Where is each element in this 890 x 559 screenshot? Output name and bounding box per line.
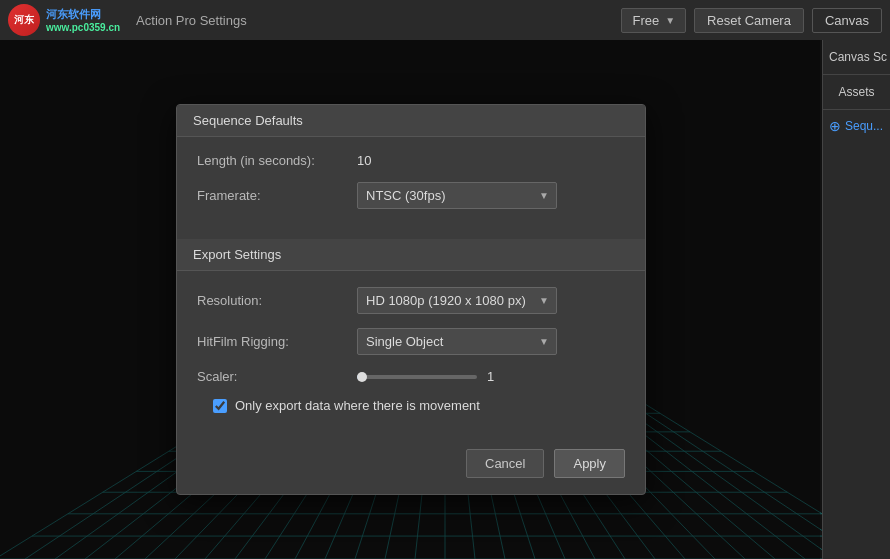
reset-camera-button[interactable]: Reset Camera	[694, 8, 804, 33]
chevron-down-icon: ▼	[665, 15, 675, 26]
hitfilm-rigging-control: Single Object Multiple Objects ▼	[357, 328, 625, 355]
logo-icon: 河东	[8, 4, 40, 36]
export-settings-body: Resolution: HD 1080p (1920 x 1080 px) HD…	[177, 271, 645, 441]
watermark-line2: www.pc0359.cn	[46, 22, 120, 33]
dialog-overlay: Sequence Defaults Length (in seconds): 1…	[0, 40, 822, 559]
scaler-slider-thumb[interactable]	[357, 372, 367, 382]
sequence-defaults-body: Length (in seconds): 10 Framerate: NTSC …	[177, 137, 645, 239]
sidebar-canvas-sc[interactable]: Canvas Sc	[823, 40, 890, 75]
scaler-row: Scaler: 1	[197, 369, 625, 384]
hitfilm-rigging-select[interactable]: Single Object Multiple Objects	[357, 328, 557, 355]
resolution-select-wrapper: HD 1080p (1920 x 1080 px) HD 720p (1280 …	[357, 287, 557, 314]
dialog-footer: Cancel Apply	[177, 441, 645, 478]
canvas-tab: Canvas	[812, 8, 882, 33]
resolution-row: Resolution: HD 1080p (1920 x 1080 px) HD…	[197, 287, 625, 314]
sidebar-sequ-label: Sequ...	[845, 119, 883, 133]
length-row: Length (in seconds): 10	[197, 153, 625, 168]
plus-icon: ⊕	[829, 118, 841, 134]
top-bar: 河东 河东软件网 www.pc0359.cn Action Pro Settin…	[0, 0, 890, 40]
length-label: Length (in seconds):	[197, 153, 357, 168]
camera-mode-label: Free	[632, 13, 659, 28]
checkbox-row: Only export data where there is movement	[213, 398, 625, 413]
camera-mode-dropdown[interactable]: Free ▼	[621, 8, 686, 33]
length-display: 10	[357, 153, 371, 168]
framerate-select[interactable]: NTSC (30fps) PAL (25fps) Film (24fps) Cu…	[357, 182, 557, 209]
export-settings-header: Export Settings	[177, 239, 645, 271]
resolution-label: Resolution:	[197, 293, 357, 308]
framerate-row: Framerate: NTSC (30fps) PAL (25fps) Film…	[197, 182, 625, 209]
checkbox-label: Only export data where there is movement	[235, 398, 480, 413]
sequence-defaults-header: Sequence Defaults	[177, 105, 645, 137]
apply-button[interactable]: Apply	[554, 449, 625, 478]
scaler-inner: 1	[357, 369, 625, 384]
cancel-button[interactable]: Cancel	[466, 449, 544, 478]
length-value: 10	[357, 153, 625, 168]
sidebar-add-sequence[interactable]: ⊕ Sequ...	[823, 110, 890, 142]
logo-area: 河东 河东软件网 www.pc0359.cn	[8, 4, 120, 36]
right-sidebar: Canvas Sc Assets ⊕ Sequ...	[822, 40, 890, 559]
settings-dialog: Sequence Defaults Length (in seconds): 1…	[176, 104, 646, 495]
scaler-value-display: 1	[487, 369, 507, 384]
framerate-label: Framerate:	[197, 188, 357, 203]
sidebar-assets[interactable]: Assets	[823, 75, 890, 110]
scaler-label: Scaler:	[197, 369, 357, 384]
hitfilm-rigging-label: HitFilm Rigging:	[197, 334, 357, 349]
hitfilm-rigging-select-wrapper: Single Object Multiple Objects ▼	[357, 328, 557, 355]
watermark-line1: 河东软件网	[46, 7, 120, 22]
top-bar-title: Action Pro Settings	[136, 13, 247, 28]
top-bar-right: Free ▼ Reset Camera Canvas	[621, 8, 882, 33]
framerate-select-wrapper: NTSC (30fps) PAL (25fps) Film (24fps) Cu…	[357, 182, 557, 209]
hitfilm-rigging-row: HitFilm Rigging: Single Object Multiple …	[197, 328, 625, 355]
movement-checkbox[interactable]	[213, 399, 227, 413]
scaler-slider-track[interactable]	[357, 375, 477, 379]
scaler-control: 1	[357, 369, 625, 384]
resolution-control: HD 1080p (1920 x 1080 px) HD 720p (1280 …	[357, 287, 625, 314]
framerate-control: NTSC (30fps) PAL (25fps) Film (24fps) Cu…	[357, 182, 625, 209]
resolution-select[interactable]: HD 1080p (1920 x 1080 px) HD 720p (1280 …	[357, 287, 557, 314]
